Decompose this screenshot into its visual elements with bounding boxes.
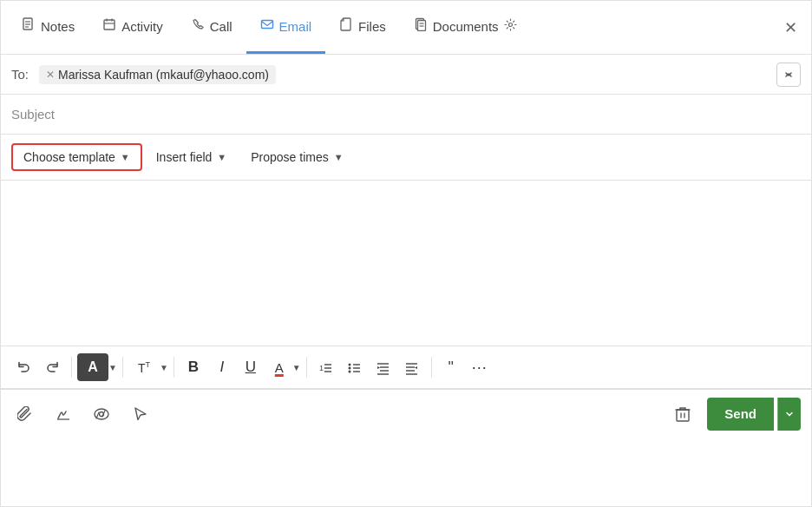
svg-rect-35: [677, 410, 689, 421]
svg-text:1: 1: [319, 364, 324, 372]
bold-icon: B: [188, 359, 199, 376]
tracking-button[interactable]: [88, 400, 115, 428]
recipient-chip: ✕ Marissa Kaufman (mkauf@yhaoo.com): [39, 65, 276, 84]
tab-activity-label: Activity: [121, 19, 163, 34]
close-button[interactable]: ✕: [777, 1, 804, 54]
expand-recipients-button[interactable]: [776, 63, 801, 87]
text-size-icon: TT: [138, 360, 150, 375]
font-color-group: A ▼: [77, 353, 117, 381]
indent-right-button[interactable]: [398, 353, 426, 381]
redo-button[interactable]: [38, 353, 66, 381]
svg-rect-4: [104, 20, 115, 30]
attach-button[interactable]: [11, 400, 39, 428]
tab-files[interactable]: Files: [325, 1, 400, 54]
send-dropdown-button[interactable]: [777, 398, 801, 431]
tab-email-label: Email: [279, 19, 312, 34]
tab-email[interactable]: Email: [246, 1, 326, 54]
remove-recipient-icon[interactable]: ✕: [46, 69, 55, 81]
choose-template-label: Choose template: [23, 150, 115, 164]
notes-icon: [22, 17, 36, 35]
insert-field-label: Insert field: [156, 150, 213, 164]
font-color-caret-icon[interactable]: ▼: [108, 363, 117, 372]
underline-icon: U: [246, 359, 256, 376]
font-color2-button[interactable]: A: [266, 353, 292, 381]
choose-template-caret-icon: ▼: [121, 152, 130, 162]
send-label: Send: [724, 406, 756, 421]
delete-button[interactable]: [669, 400, 697, 428]
font-color2-icon: A: [275, 360, 284, 375]
more-icon: ···: [472, 359, 488, 377]
tab-bar: Notes Activity Call Email Files Document…: [1, 1, 811, 55]
bottom-toolbar: Send: [1, 389, 811, 438]
subject-row[interactable]: Subject: [1, 95, 811, 135]
subject-label: Subject: [11, 107, 55, 122]
font-color-icon: A: [88, 359, 98, 375]
italic-button[interactable]: I: [208, 353, 236, 381]
separator-5: [431, 357, 432, 378]
more-button[interactable]: ···: [466, 353, 494, 381]
font-color2-caret-icon[interactable]: ▼: [292, 363, 301, 372]
email-icon: [260, 17, 274, 35]
svg-point-19: [349, 366, 351, 369]
send-button[interactable]: Send: [707, 398, 774, 431]
settings-icon[interactable]: [504, 18, 517, 35]
to-row: To: ✕ Marissa Kaufman (mkauf@yhaoo.com): [1, 55, 811, 95]
bullet-list-button[interactable]: [341, 353, 369, 381]
insert-field-caret-icon: ▼: [217, 152, 226, 162]
email-body[interactable]: [1, 181, 811, 346]
to-label: To:: [11, 67, 32, 82]
separator-2: [122, 357, 123, 378]
separator-1: [71, 357, 72, 378]
undo-button[interactable]: [10, 353, 37, 381]
files-icon: [339, 17, 353, 35]
propose-times-caret-icon: ▼: [334, 152, 344, 162]
tab-call-label: Call: [210, 19, 232, 34]
text-size-group: TT ▼: [128, 353, 168, 381]
format-toolbar: A ▼ TT ▼ B I U A ▼: [1, 346, 811, 389]
signature-button[interactable]: [49, 400, 77, 428]
tab-notes[interactable]: Notes: [8, 1, 88, 54]
tab-documents-label: Documents: [433, 19, 499, 34]
svg-point-18: [349, 363, 351, 365]
template-toolbar: Choose template ▼ Insert field ▼ Propose…: [1, 135, 811, 181]
tab-call[interactable]: Call: [177, 1, 246, 54]
cursor-button[interactable]: [126, 400, 154, 428]
choose-template-button[interactable]: Choose template ▼: [11, 143, 142, 171]
documents-icon: [414, 17, 428, 35]
propose-times-label: Propose times: [251, 150, 328, 164]
call-icon: [191, 17, 205, 35]
text-size-caret-icon[interactable]: ▼: [160, 363, 168, 372]
insert-field-button[interactable]: Insert field ▼: [146, 145, 237, 169]
separator-4: [306, 357, 307, 378]
svg-point-20: [349, 370, 351, 372]
tab-notes-label: Notes: [41, 19, 75, 34]
tab-documents[interactable]: Documents: [400, 1, 531, 54]
quote-button[interactable]: ": [437, 353, 465, 381]
font-color-button[interactable]: A: [77, 353, 108, 381]
svg-point-13: [508, 23, 512, 26]
quote-icon: ": [449, 359, 454, 377]
italic-icon: I: [219, 359, 224, 376]
propose-times-button[interactable]: Propose times ▼: [240, 145, 353, 169]
font-color2-group: A ▼: [266, 353, 301, 381]
bold-button[interactable]: B: [180, 353, 207, 381]
numbered-list-button[interactable]: 1: [312, 353, 340, 381]
recipient-name: Marissa Kaufman (mkauf@yhaoo.com): [58, 68, 269, 82]
send-area: Send: [669, 398, 801, 431]
underline-button[interactable]: U: [237, 353, 265, 381]
text-size-button[interactable]: TT: [128, 353, 160, 381]
indent-left-button[interactable]: [370, 353, 397, 381]
activity-icon: [102, 17, 116, 35]
tab-activity[interactable]: Activity: [88, 1, 177, 54]
separator-3: [174, 357, 174, 378]
svg-rect-8: [261, 21, 272, 29]
tab-files-label: Files: [358, 19, 386, 34]
